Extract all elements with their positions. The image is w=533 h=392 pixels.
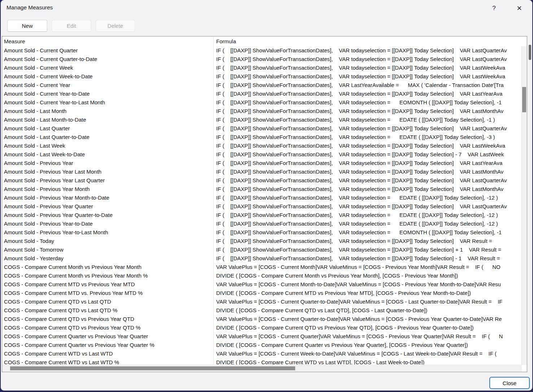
formula-cell: IF ( [[DAXP]] ShowValueForTransactionDat… (214, 133, 527, 141)
measure-name-cell: Amount Sold - Current Quarter (2, 46, 214, 55)
formula-cell: VAR ValuePlus = [COGS - Current Quarter-… (214, 315, 527, 323)
measure-row[interactable]: Amount Sold - Previous Year Month IF ( [… (2, 185, 527, 193)
window-scrollbar-thumb[interactable] (529, 45, 531, 60)
new-button[interactable]: New (7, 20, 47, 32)
measure-name-cell: Amount Sold - Previous Year Last Month (2, 167, 214, 176)
formula-cell: IF ( [[DAXP]] ShowValueForTransactionDat… (214, 228, 527, 237)
formula-cell: VAR ValuePlus = [COGS - Current Quarter-… (214, 297, 527, 306)
measure-name-cell: Amount Sold - Last Week-to-Date (2, 150, 214, 159)
measure-name-cell: Amount Sold - Last Quarter-to-Date (2, 133, 214, 141)
measure-row[interactable]: COGS - Compare Current QTD vs Previous Y… (2, 315, 527, 323)
measure-row[interactable]: COGS - Compare Current QTD vs Last QTD V… (2, 297, 527, 306)
measure-name-cell: Amount Sold - Current Quarter-to-Date (2, 55, 214, 64)
measure-row[interactable]: COGS - Compare Current WTD vs Last WTD V… (2, 349, 527, 358)
help-icon[interactable]: ? (489, 3, 499, 14)
measure-name-cell: COGS - Compare Current MTD vs Previous Y… (2, 280, 214, 289)
measure-row[interactable]: COGS - Compare Current Quarter vs Previo… (2, 332, 527, 341)
formula-cell: DIVIDE ( [COGS - Compare Current Quarter… (214, 341, 527, 349)
measure-row[interactable]: Amount Sold - Current Year IF ( [[DAXP]]… (2, 81, 527, 90)
edit-button[interactable]: Edit (52, 20, 91, 32)
measure-row[interactable]: Amount Sold - Last Month IF ( [[DAXP]] S… (2, 107, 527, 116)
formula-cell: IF ( [[DAXP]] ShowValueForTransactionDat… (214, 167, 527, 176)
measure-row[interactable]: COGS - Compare Current MTD vs. Previous … (2, 289, 527, 297)
measure-name-cell: Amount Sold - Last Month-to-Date (2, 116, 214, 124)
formula-cell: IF ( [[DAXP]] ShowValueForTransactionDat… (214, 254, 527, 263)
measure-row[interactable]: Amount Sold - Yesterday IF ( [[DAXP]] Sh… (2, 254, 527, 263)
close-button[interactable]: Close (489, 377, 530, 389)
measure-name-cell: Amount Sold - Previous Year Quarter (2, 202, 214, 211)
formula-cell: IF ( [[DAXP]] ShowValueForTransactionDat… (214, 193, 527, 202)
formula-cell: IF ( [[DAXP]] ShowValueForTransactionDat… (214, 55, 527, 64)
list-header: Measure Formula (2, 36, 527, 46)
measure-row[interactable]: Amount Sold - Previous Year Last Quarter… (2, 176, 527, 185)
measure-row[interactable]: COGS - Compare Current Month vs Previous… (2, 263, 527, 271)
formula-cell: DIVIDE ( [COGS - Compare Current QTD vs … (214, 306, 527, 315)
measure-name-cell: Amount Sold - Previous Year-to-Last Mont… (2, 228, 214, 237)
measure-row[interactable]: Amount Sold - Previous Year IF ( [[DAXP]… (2, 159, 527, 167)
formula-cell: DIVIDE ( [COGS - Compare Current QTD vs … (214, 323, 527, 332)
measure-row[interactable]: Amount Sold - Current Week IF ( [[DAXP]]… (2, 64, 527, 72)
measure-name-cell: COGS - Compare Current QTD vs Previous Y… (2, 315, 214, 323)
formula-cell: DIVIDE ( [COGS - Compare Current Month v… (214, 271, 527, 280)
close-icon[interactable]: ✕ (514, 3, 525, 14)
measure-row[interactable]: Amount Sold - Last Quarter IF ( [[DAXP]]… (2, 124, 527, 133)
measure-row[interactable]: Amount Sold - Tomorrow IF ( [[DAXP]] Sho… (2, 245, 527, 254)
formula-cell: IF ( [[DAXP]] ShowValueForTransactionDat… (214, 46, 527, 55)
measure-name-cell: COGS - Compare Current Quarter vs Previo… (2, 332, 214, 341)
measure-name-cell: Amount Sold - Previous Year-to-Date (2, 219, 214, 228)
measure-row[interactable]: Amount Sold - Last Week IF ( [[DAXP]] Sh… (2, 141, 527, 150)
dialog-title: Manage Measures (6, 4, 53, 11)
formula-cell: IF ( [[DAXP]] ShowValueForTransactionDat… (214, 176, 527, 185)
measure-row[interactable]: Amount Sold - Last Quarter-to-Date IF ( … (2, 133, 527, 141)
measure-name-cell: COGS - Compare Current QTD vs Previous Y… (2, 323, 214, 332)
measure-row[interactable]: Amount Sold - Current Quarter IF ( [[DAX… (2, 46, 527, 55)
formula-cell: IF ( [[DAXP]] ShowValueForTransactionDat… (214, 245, 527, 254)
measure-name-cell: COGS - Compare Current Month vs Previous… (2, 263, 214, 271)
measure-name-cell: COGS - Compare Current MTD vs. Previous … (2, 289, 214, 297)
formula-cell: IF ( [[DAXP]] ShowValueForTransactionDat… (214, 185, 527, 193)
measure-row[interactable]: Amount Sold - Previous Year Last Month I… (2, 167, 527, 176)
vertical-scrollbar[interactable] (521, 46, 527, 365)
formula-cell: VAR ValuePlus = [COGS - Current Month]VA… (214, 263, 527, 271)
measure-name-cell: Amount Sold - Current Week (2, 64, 214, 72)
measure-name-cell: Amount Sold - Current Year-to-Last Month (2, 98, 214, 107)
measure-row[interactable]: Amount Sold - Previous Year Quarter IF (… (2, 202, 527, 211)
column-header-formula[interactable]: Formula (214, 36, 527, 46)
measure-row[interactable]: Amount Sold - Last Week-to-Date IF ( [[D… (2, 150, 527, 159)
measure-row[interactable]: COGS - Compare Current QTD vs Last QTD %… (2, 306, 527, 315)
measure-row[interactable]: Amount Sold - Previous Year-to-Last Mont… (2, 228, 527, 237)
measure-row[interactable]: COGS - Compare Current MTD vs Previous Y… (2, 280, 527, 289)
measure-row[interactable]: Amount Sold - Current Quarter-to-Date IF… (2, 55, 527, 64)
measure-name-cell: Amount Sold - Last Week (2, 141, 214, 150)
measure-name-cell: Amount Sold - Current Year (2, 81, 214, 90)
measure-row[interactable]: Amount Sold - Current Year-to-Date IF ( … (2, 90, 527, 98)
measure-row[interactable]: Amount Sold - Today IF ( [[DAXP]] ShowVa… (2, 237, 527, 245)
measure-row[interactable]: COGS - Compare Current Quarter vs Previo… (2, 341, 527, 349)
measure-row[interactable]: Amount Sold - Previous Year Quarter-to-D… (2, 211, 527, 219)
delete-button[interactable]: Delete (96, 20, 135, 32)
formula-cell: IF ( [[DAXP]] ShowValueForTransactionDat… (214, 141, 527, 150)
column-header-measure[interactable]: Measure (2, 36, 214, 46)
measure-row[interactable]: Amount Sold - Previous Year Month-to-Dat… (2, 193, 527, 202)
vertical-scrollbar-thumb[interactable] (522, 87, 526, 112)
formula-cell: IF ( [[DAXP]] ShowValueForTransactionDat… (214, 219, 527, 228)
measure-name-cell: Amount Sold - Previous Year Month (2, 185, 214, 193)
horizontal-scrollbar[interactable] (2, 365, 522, 372)
measure-row[interactable]: COGS - Compare Current QTD vs Previous Y… (2, 323, 527, 332)
measure-name-cell: Amount Sold - Tomorrow (2, 245, 214, 254)
horizontal-scrollbar-thumb[interactable] (10, 366, 295, 370)
measure-name-cell: Amount Sold - Last Quarter (2, 124, 214, 133)
measure-row[interactable]: Amount Sold - Last Month-to-Date IF ( [[… (2, 116, 527, 124)
measure-row[interactable]: Amount Sold - Current Year-to-Last Month… (2, 98, 527, 107)
measure-row[interactable]: Amount Sold - Previous Year-to-Date IF (… (2, 219, 527, 228)
measure-name-cell: COGS - Compare Current QTD vs Last QTD % (2, 306, 214, 315)
formula-cell: IF ( [[DAXP]] ShowValueForTransactionDat… (214, 72, 527, 81)
measure-row[interactable]: COGS - Compare Current Month vs Previous… (2, 271, 527, 280)
measure-name-cell: Amount Sold - Current Year-to-Date (2, 90, 214, 98)
measure-name-cell: Amount Sold - Previous Year Quarter-to-D… (2, 211, 214, 219)
formula-cell: IF ( [[DAXP]] ShowValueForTransactionDat… (214, 64, 527, 72)
formula-cell: IF ( [[DAXP]] ShowValueForTransactionDat… (214, 211, 527, 219)
formula-cell: DIVIDE ( [COGS - Compare Current MTD vs … (214, 289, 527, 297)
measure-row[interactable]: Amount Sold - Current Week-to-Date IF ( … (2, 72, 527, 81)
formula-cell: IF ( [[DAXP]] ShowValueForTransactionDat… (214, 116, 527, 124)
